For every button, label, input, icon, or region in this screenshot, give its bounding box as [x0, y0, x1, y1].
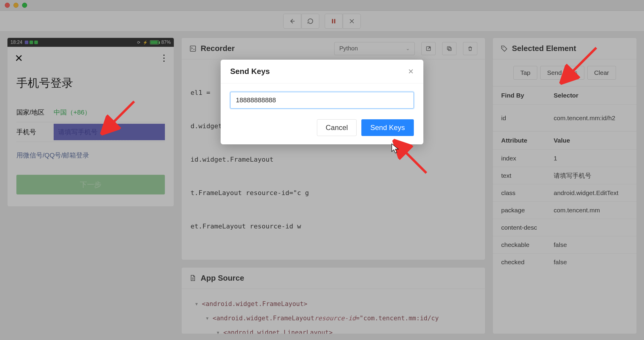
svg-line-9 — [564, 48, 596, 81]
svg-line-7 — [104, 101, 134, 131]
mouse-cursor-icon — [391, 143, 399, 154]
dialog-title: Send Keys — [230, 67, 270, 76]
send-keys-dialog: Send Keys ✕ Cancel Send Keys — [221, 60, 423, 144]
dialog-submit-button[interactable]: Send Keys — [361, 119, 414, 136]
modal-overlay[interactable] — [0, 0, 644, 340]
send-keys-input[interactable] — [230, 92, 414, 109]
dialog-cancel-button[interactable]: Cancel — [317, 119, 357, 136]
annotation-arrow-1 — [95, 95, 140, 140]
annotation-arrow-2 — [388, 134, 432, 179]
svg-line-8 — [397, 143, 426, 173]
annotation-arrow-3 — [555, 42, 602, 89]
dialog-close-icon[interactable]: ✕ — [408, 67, 414, 76]
